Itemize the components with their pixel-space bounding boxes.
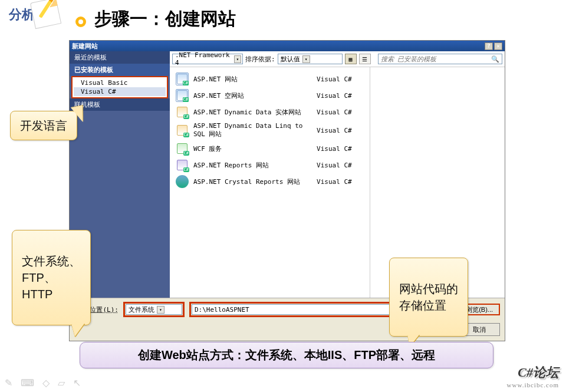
- template-name: ASP.NET Reports 网站: [193, 161, 312, 170]
- chevron-down-icon: ▾: [302, 55, 310, 63]
- sort-select[interactable]: 默认值 ▾: [278, 54, 343, 64]
- view-medium-icons[interactable]: ▦: [345, 54, 357, 64]
- chevron-down-icon: ▾: [234, 55, 241, 63]
- template-name: WCF 服务: [193, 144, 312, 153]
- note-pencil-icon: [30, 0, 61, 29]
- callout-dev-language: 开发语言: [10, 111, 77, 140]
- pen-icon: ✎: [5, 377, 12, 388]
- template-row[interactable]: ASP.NET Reports 网站Visual C#: [170, 157, 370, 173]
- template-list[interactable]: ASP.NET 网站Visual C#ASP.NET 空网站Visual C#A…: [170, 67, 370, 298]
- template-row[interactable]: ASP.NET Dynamic Data Linq to SQL 网站Visua…: [170, 120, 370, 140]
- brand-name: C#论坛: [507, 364, 559, 381]
- sidebar-installed[interactable]: 已安装的模板: [70, 64, 170, 76]
- callout-storage: 网站代码的 存储位置: [389, 258, 468, 337]
- template-icon: [176, 142, 189, 155]
- bullet-icon: [75, 17, 86, 27]
- template-lang: Visual C#: [317, 108, 364, 116]
- search-icon[interactable]: 🔍: [490, 55, 501, 63]
- template-lang: Visual C#: [317, 178, 364, 186]
- template-row[interactable]: ASP.NET 空网站Visual C#: [170, 87, 370, 104]
- brand-url: www.ibcibc.com: [507, 381, 559, 388]
- sort-label: 排序依据:: [245, 55, 275, 64]
- template-row[interactable]: ASP.NET Dynamic Data 实体网站Visual C#: [170, 104, 370, 120]
- template-lang: Visual C#: [317, 92, 364, 100]
- search-input[interactable]: [380, 55, 490, 64]
- callout-filesystem: 文件系统、 FTP、 HTTP: [12, 230, 91, 325]
- toolbar: .NET Framework 4 ▾ 排序依据: 默认值 ▾ ▦ ☰ 🔍: [170, 51, 505, 67]
- sidebar-lang-vb[interactable]: Visual Basic: [74, 78, 166, 87]
- template-lang: Visual C#: [317, 162, 364, 169]
- help-button[interactable]: ?: [485, 42, 493, 50]
- sidebar-lang-csharp[interactable]: Visual C#: [74, 87, 166, 96]
- layout-icon: ▱: [58, 377, 65, 388]
- template-row[interactable]: ASP.NET 网站Visual C#: [170, 71, 370, 87]
- template-lang: Visual C#: [317, 145, 364, 153]
- chevron-down-icon: ▾: [157, 306, 164, 314]
- language-group-highlight: Visual Basic Visual C#: [71, 76, 168, 98]
- cursor-icon: ↖: [73, 377, 81, 388]
- template-name: ASP.NET 网站: [193, 75, 312, 84]
- template-name: ASP.NET 空网站: [193, 91, 312, 100]
- template-name: ASP.NET Dynamic Data 实体网站: [193, 108, 312, 117]
- template-icon: [176, 89, 189, 102]
- footer-tool-icons: ✎ ⌨ ◇ ▱ ↖: [5, 377, 81, 388]
- sidebar-recent[interactable]: 最近的模板: [70, 51, 170, 64]
- page-title: 步骤一：创建网站: [94, 7, 236, 31]
- close-button[interactable]: ✕: [494, 42, 502, 50]
- template-icon: [176, 175, 189, 188]
- brand: C#论坛 www.ibcibc.com: [507, 364, 559, 388]
- location-type-highlight: 文件系统 ▾: [123, 302, 185, 317]
- template-row[interactable]: WCF 服务Visual C#: [170, 140, 370, 157]
- template-icon: [176, 159, 189, 172]
- diamond-icon: ◇: [42, 377, 50, 388]
- template-icon: [176, 124, 189, 137]
- template-lang: Visual C#: [317, 75, 364, 83]
- framework-select[interactable]: .NET Framework 4 ▾: [172, 54, 243, 64]
- template-name: ASP.NET Dynamic Data Linq to SQL 网站: [193, 122, 312, 139]
- template-lang: Visual C#: [317, 127, 364, 134]
- view-small-icons[interactable]: ☰: [359, 54, 371, 64]
- template-icon: [176, 73, 189, 85]
- keyboard-icon: ⌨: [21, 377, 34, 388]
- summary-bar: 创建Web站点方式：文件系统、本地IIS、FTP部署、远程: [80, 342, 493, 368]
- template-icon: [176, 106, 189, 118]
- template-row[interactable]: ASP.NET Crystal Reports 网站Visual C#: [170, 173, 370, 190]
- location-type-select[interactable]: 文件系统 ▾: [126, 304, 182, 315]
- titlebar[interactable]: 新建网站 ? ✕: [70, 41, 505, 51]
- search-box[interactable]: 🔍: [378, 54, 502, 64]
- template-name: ASP.NET Crystal Reports 网站: [193, 177, 312, 186]
- dialog-title: 新建网站: [72, 42, 98, 51]
